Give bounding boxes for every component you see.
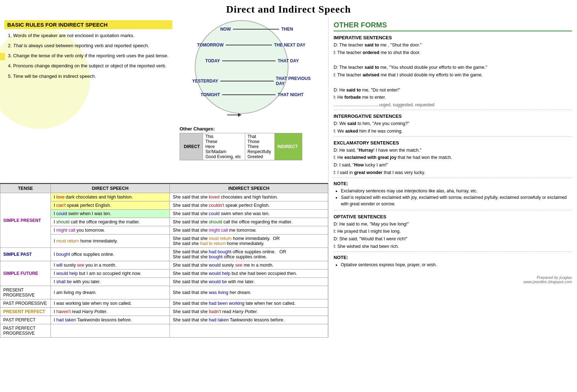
note-item: Said is replaced with exclaimed with joy… [341, 194, 572, 207]
indirect-cell: She said that she would be with me later… [170, 278, 328, 286]
indirect-cell: She said that she must return home immed… [170, 235, 328, 248]
yesterday-label: YESTERDAY [186, 79, 218, 84]
today-label: TODAY [191, 58, 220, 63]
direct-cell: I shall be with you later. [51, 278, 170, 286]
imperative-line [334, 57, 572, 64]
direct-cell: I haven't read Harry Potter. [51, 308, 170, 316]
note-optative: NOTE: Optative sentences express hope, p… [334, 255, 572, 268]
table-row: SIMPLE PAST I bought office supplies onl… [0, 248, 328, 261]
imperative-line: D: The teacher said to me , "Shut the do… [334, 42, 572, 49]
arrow-icon [227, 110, 242, 120]
indirect-cell: She said that she could swim when she wa… [170, 210, 328, 218]
indirect-speech-col-header: INDIRECT SPEECH [170, 184, 328, 193]
note-title-2: NOTE: [334, 255, 572, 260]
optative-title: OPTATIVE SENTENCES [334, 214, 572, 219]
basic-rules-section: BASIC RULES FOR INDIRECT SPEECH 1. Words… [0, 17, 177, 183]
optative-line: D: She said, "Would that I were rich!" [334, 236, 572, 242]
svg-marker-1 [238, 113, 242, 117]
indirect-cell: She said that she hadn't read Harry Pott… [170, 308, 328, 316]
past-perfect-label: PAST PERFECT [0, 316, 51, 324]
direct-header: DIRECT [180, 133, 203, 160]
that-night-label: THAT NIGHT [278, 92, 314, 97]
table-row: SIMPLE FUTURE I will surely see you in a… [0, 261, 328, 270]
direct-cell: I should call the office regarding the m… [51, 218, 170, 226]
other-changes-title: Other Changes: [180, 126, 325, 132]
table-row: SIMPLE PRESENT I love dark chocolates an… [0, 193, 328, 201]
tense-col-header: TENSE [0, 184, 51, 193]
past-progressive-label: PAST PROGRESSIVE [0, 299, 51, 308]
that-day-label: THAT DAY [278, 58, 314, 63]
simple-future-label: SIMPLE FUTURE [0, 261, 51, 286]
table-row: PRESENT PROGRESSIVE I am living my dream… [0, 286, 328, 299]
note-item: Optative sentences express hope, prayer,… [341, 262, 572, 268]
now-label: NOW [198, 27, 231, 32]
note-list: Exclamatory sentences may use interjecti… [334, 188, 572, 207]
rule-4: 4. Pronouns change depending on the subj… [8, 62, 172, 70]
direct-speech-col-header: DIRECT SPEECH [51, 184, 170, 193]
present-perfect-label: PRESENT PERFECT [0, 308, 51, 316]
simple-past-label: SIMPLE PAST [0, 248, 51, 261]
direct-cell: I could swim when I was ten. [51, 210, 170, 218]
tense-table: TENSE DIRECT SPEECH INDIRECT SPEECH SIMP… [0, 184, 328, 338]
indirect-cell: She said that she couldn't speak perfect… [170, 201, 328, 210]
direct-cell: I must return home immediately. [51, 235, 170, 248]
optative-line: D: He said to me, "May you live long!" [334, 221, 572, 228]
direct-cell: I am living my dream. [51, 286, 170, 299]
indirect-header: INDIRECT [274, 133, 302, 160]
exclamatory-line: D: He said, "Hurray! I have won the matc… [334, 147, 572, 154]
imperative-line: I: The teacher ordered me to shut the do… [334, 49, 572, 56]
direct-cell: I will surely see you in a month. [51, 261, 170, 270]
simple-present-label: SIMPLE PRESENT [0, 193, 51, 248]
imperative-line: I: The teacher advised me that I should … [334, 72, 572, 79]
other-forms-section: OTHER FORMS IMPERATIVE SENTENCES D: The … [328, 17, 577, 338]
indirect-cell: She said that she had taken Taekwondo le… [170, 316, 328, 324]
then-label: THEN [281, 27, 314, 32]
diagram-section: NOW THEN TOMORROW THE NEXT DAY TODAY [177, 17, 328, 183]
exclamatory-title: EXCLAMATORY SENTENCES [334, 140, 572, 146]
table-row: PRESENT PERFECT I haven't read Harry Pot… [0, 308, 328, 316]
indirect-cell: She said that she was living her dream. [170, 286, 328, 299]
table-row: PAST PERFECT PROGRESSIVE [0, 324, 328, 338]
interrogative-line: D: We said to him, "Are you coming?" [334, 120, 572, 127]
direct-cell: I was working late when my son called. [51, 299, 170, 308]
exclamatory-line: I: He exclaimed with great joy that he h… [334, 154, 572, 161]
interrogative-title: INTERROGATIVE SENTENCES [334, 113, 572, 119]
past-perfect-progressive-label: PAST PERFECT PROGRESSIVE [0, 324, 51, 338]
imperative-line: I: He forbade me to enter. [334, 94, 572, 101]
imperative-line: D: He said to me, "Do not enter!" [334, 87, 572, 94]
next-day-label: THE NEXT DAY [274, 43, 317, 48]
other-forms-title: OTHER FORMS [334, 21, 572, 31]
tonight-label: TONIGHT [191, 92, 220, 97]
exclamatory-line: I: I said in great wonder that I was ver… [334, 169, 572, 178]
direct-cell [51, 324, 170, 338]
indirect-cell: She said that she loved chocolates and h… [170, 193, 328, 201]
prepared-by: Prepared by jcogtas www.jeanillec.blogsp… [334, 275, 572, 284]
page-title: Direct and Indirect Speech [0, 0, 577, 17]
interrogative-line: I: We asked him if he was coming. [334, 128, 572, 137]
direct-cell: I might call you tomorrow. [51, 226, 170, 235]
rules-header: BASIC RULES FOR INDIRECT SPEECH [4, 20, 172, 29]
table-row: PAST PERFECT I had taken Taekwondo lesso… [0, 316, 328, 324]
that-prev-day-label: THAT PREVIOUS DAY [276, 76, 319, 86]
note-list-2: Optative sentences express hope, prayer,… [334, 262, 572, 268]
imperative-title: IMPERATIVE SENTENCES [334, 35, 572, 40]
indirect-cell: She said that she should call the office… [170, 218, 328, 226]
indirect-cell: She said that she had bought office supp… [170, 248, 328, 261]
exclamatory-line: D: I said, "How lucky I am!" [334, 162, 572, 169]
optative-line: I: He prayed that I might live long. [334, 228, 572, 235]
tense-table-section: TENSE DIRECT SPEECH INDIRECT SPEECH SIMP… [0, 183, 328, 338]
words-col-2: ThatThoseThereRespectfullyGreeted [245, 133, 274, 160]
direct-cell: I love dark chocolates and high fashion. [51, 193, 170, 201]
imperative-dotted: ......................................ur… [334, 102, 572, 110]
note-item: Exclamatory sentences may use interjecti… [341, 188, 572, 194]
note-title-1: NOTE: [334, 181, 572, 186]
rule-1: 1. Words of the speaker are not enclosed… [8, 32, 172, 39]
indirect-cell: She said that she would surely see me in… [170, 261, 328, 270]
words-col-1: ThisTheseHereSir/MadamGood Evening, etc [203, 133, 245, 160]
rule-3: 3. Change the tense of the verb only if … [8, 52, 172, 59]
indirect-cell [170, 324, 328, 338]
changes-table: DIRECT ThisTheseHereSir/MadamGood Evenin… [180, 133, 302, 160]
indirect-cell: She said that she had been working late … [170, 299, 328, 308]
other-changes-section: Other Changes: DIRECT ThisTheseHereSir/M… [180, 126, 325, 160]
present-progressive-label: PRESENT PROGRESSIVE [0, 286, 51, 299]
